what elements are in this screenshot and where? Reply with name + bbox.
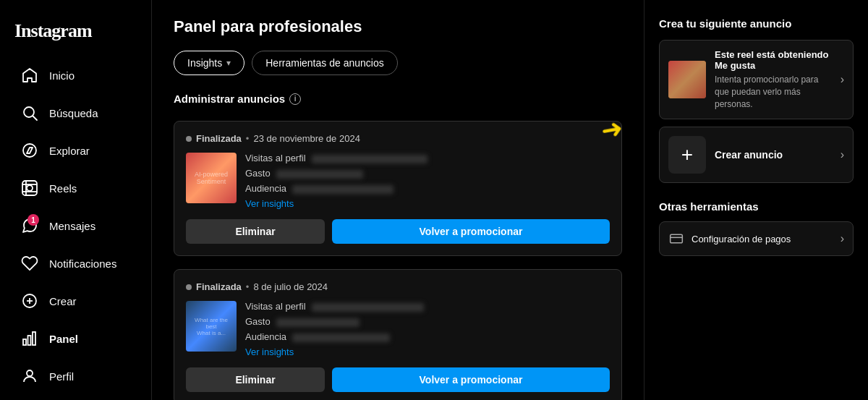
reels-icon (20, 179, 39, 197)
sidebar-item-mensajes[interactable]: 1 Mensajes (6, 208, 145, 244)
bar-audience-1 (292, 185, 393, 194)
chevron-right-icon-create: › (841, 148, 844, 161)
ad-thumbnail-2: What are the bestWhat is a... (186, 301, 237, 352)
ad-thumbnail-1: AI-poweredSentiment (186, 153, 237, 203)
sidebar-label-explorar: Explorar (49, 145, 90, 157)
svg-line-1 (33, 116, 38, 121)
user-icon (20, 367, 39, 386)
sidebar-label-busqueda: Búsqueda (49, 107, 98, 119)
svg-point-15 (27, 370, 33, 376)
sidebar-label-inicio: Inicio (49, 69, 75, 82)
card-icon (668, 231, 684, 247)
chevron-right-icon-promo: › (841, 73, 844, 86)
page-title: Panel para profesionales (174, 17, 622, 36)
svg-rect-14 (33, 332, 35, 345)
ver-insights-link-1[interactable]: Ver insights (245, 198, 610, 209)
plus-icon: + (668, 136, 706, 174)
heart-icon (20, 254, 39, 273)
svg-point-5 (27, 185, 33, 191)
sidebar-item-notificaciones[interactable]: Notificaciones (6, 245, 145, 281)
sidebar-item-reels[interactable]: Reels (6, 170, 145, 206)
ad-body-2: What are the bestWhat is a... Visitas al… (186, 301, 610, 357)
plus-circle-icon (20, 292, 39, 310)
bar-spend-1 (276, 170, 363, 179)
ver-insights-link-2[interactable]: Ver insights (245, 346, 610, 357)
ad-actions-1: Eliminar Volver a promocionar (186, 219, 610, 244)
compass-icon (20, 141, 39, 160)
reel-promo-text: Este reel está obteniendo Me gusta Inten… (715, 49, 832, 110)
tab-insights-label: Insights (187, 57, 222, 69)
status-dot-2 (186, 284, 192, 290)
reel-thumb (668, 61, 706, 98)
reel-promo-title: Este reel está obteniendo Me gusta (715, 49, 832, 71)
bar-audience-2 (292, 333, 390, 342)
ad-info-1: Visitas al perfil Gasto Audiencia Ver in… (245, 153, 610, 209)
create-ad-label: Crear anuncio (715, 149, 783, 161)
main-content: Panel para profesionales Insights ▾ Herr… (152, 0, 644, 400)
ad-actions-2: Eliminar Volver a promocionar (186, 367, 610, 392)
search-icon (20, 103, 39, 122)
sidebar-item-panel[interactable]: Panel (6, 320, 145, 357)
chevron-down-icon: ▾ (226, 58, 231, 68)
bar-spend-2 (276, 318, 359, 327)
sidebar-item-perfil[interactable]: Perfil (6, 358, 145, 394)
sidebar-label-notificaciones: Notificaciones (49, 258, 116, 270)
sidebar-item-busqueda[interactable]: Búsqueda (6, 95, 145, 131)
chart-icon (20, 329, 39, 348)
other-tools-title: Otras herramientas (659, 200, 854, 213)
promote-button-2[interactable]: Volver a promocionar (332, 367, 610, 392)
bar-visits-2 (312, 303, 424, 312)
svg-rect-13 (28, 336, 31, 345)
reel-promo-card[interactable]: Este reel está obteniendo Me gusta Inten… (659, 40, 854, 119)
messages-badge: 1 (27, 214, 39, 226)
info-icon: i (289, 93, 301, 105)
create-ad-card[interactable]: + Crear anuncio › (659, 127, 854, 183)
ad-body-1: AI-poweredSentiment Visitas al perfil Ga… (186, 153, 610, 209)
sidebar: Instagram Inicio Búsqueda Explorar Reels… (0, 0, 152, 400)
svg-rect-12 (23, 339, 26, 345)
tab-insights[interactable]: Insights ▾ (174, 51, 244, 75)
tab-herramientas-label: Herramientas de anuncios (265, 57, 383, 69)
reel-promo-desc: Intenta promocionarlo para que puedan ve… (715, 74, 832, 110)
ad-status-1: Finalizada • 23 de noviembre de 2024 (186, 133, 610, 144)
ad-card-2: Finalizada • 8 de julio de 2024 What are… (174, 269, 622, 400)
create-ad-section-title: Crea tu siguiente anuncio (659, 17, 854, 30)
home-icon (20, 66, 39, 85)
status-dot-1 (186, 136, 192, 142)
sidebar-item-crear[interactable]: Crear (6, 283, 145, 319)
ad-status-2: Finalizada • 8 de julio de 2024 (186, 281, 610, 292)
ad-info-2: Visitas al perfil Gasto Audiencia Ver in… (245, 301, 610, 357)
sidebar-item-inicio[interactable]: Inicio (6, 57, 145, 93)
chevron-right-icon-payments: › (841, 232, 844, 245)
ad-card-1: Finalizada • 23 de noviembre de 2024 AI-… (174, 121, 622, 256)
sidebar-label-mensajes: Mensajes (49, 220, 95, 232)
instagram-logo: Instagram (0, 12, 151, 56)
delete-button-2[interactable]: Eliminar (186, 367, 325, 392)
ads-section-title: Administrar anuncios i (174, 93, 622, 105)
svg-rect-4 (22, 181, 37, 195)
right-panel: ➜ Crea tu siguiente anuncio Este reel es… (644, 0, 868, 400)
sidebar-label-perfil: Perfil (49, 370, 74, 383)
tab-herramientas[interactable]: Herramientas de anuncios (252, 51, 397, 75)
tool-payments-label: Configuración de pagos (692, 234, 833, 244)
sidebar-label-panel: Panel (49, 333, 78, 345)
sidebar-item-mas[interactable]: Más (6, 396, 145, 400)
tool-payments[interactable]: Configuración de pagos › (659, 221, 854, 256)
svg-point-2 (23, 144, 36, 157)
svg-marker-3 (27, 148, 33, 153)
promote-button-1[interactable]: Volver a promocionar (332, 219, 610, 244)
sidebar-label-crear: Crear (49, 295, 77, 307)
sidebar-label-reels: Reels (49, 182, 77, 195)
bar-visits-1 (312, 155, 427, 163)
delete-button-1[interactable]: Eliminar (186, 219, 325, 244)
sidebar-item-explorar[interactable]: Explorar (6, 132, 145, 169)
svg-rect-19 (671, 235, 683, 244)
tab-bar: Insights ▾ Herramientas de anuncios (174, 51, 622, 75)
